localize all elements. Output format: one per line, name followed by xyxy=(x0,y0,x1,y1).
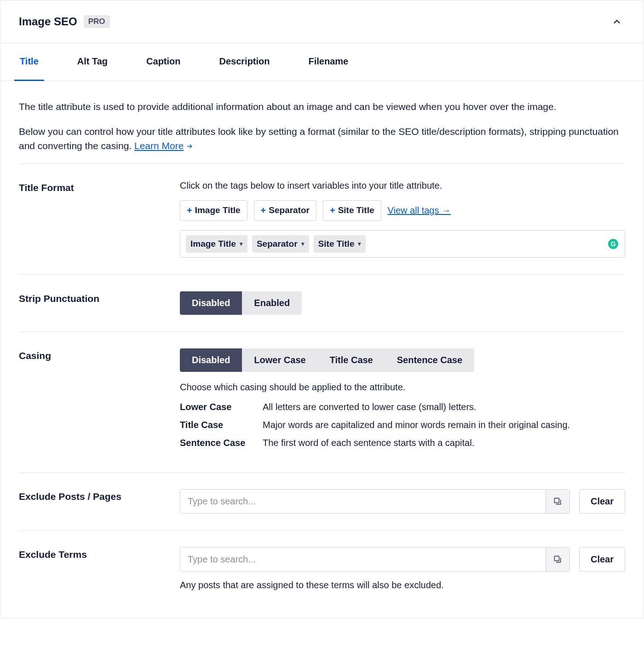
arrow-right-icon xyxy=(185,139,194,153)
exclude-terms-browse-button[interactable] xyxy=(546,548,569,571)
strip-enabled-button[interactable]: Enabled xyxy=(242,291,302,315)
tab-title[interactable]: Title xyxy=(14,43,44,81)
grammarly-icon: G xyxy=(608,239,618,249)
plus-icon: + xyxy=(330,205,335,216)
plus-icon: + xyxy=(261,205,266,216)
tag-button-image-title[interactable]: +Image Title xyxy=(180,200,247,221)
case-row: Title Case Major words are capitalized a… xyxy=(180,420,625,430)
svg-rect-2 xyxy=(555,556,559,561)
strip-disabled-button[interactable]: Disabled xyxy=(180,291,242,315)
section-casing: Casing Disabled Lower Case Title Case Se… xyxy=(19,331,625,472)
chip-separator[interactable]: Separator▾ xyxy=(252,235,309,253)
casing-toggle: Disabled Lower Case Title Case Sentence … xyxy=(180,348,474,372)
exclude-posts-label: Exclude Posts / Pages xyxy=(19,489,180,514)
chip-image-title[interactable]: Image Title▾ xyxy=(186,235,247,253)
title-format-label: Title Format xyxy=(19,180,180,258)
database-icon xyxy=(553,555,562,564)
tag-button-site-title[interactable]: +Site Title xyxy=(323,200,381,221)
svg-rect-1 xyxy=(555,498,559,503)
section-strip-punctuation: Strip Punctuation Disabled Enabled xyxy=(19,274,625,331)
chip-site-title[interactable]: Site Title▾ xyxy=(314,235,366,253)
plus-icon: + xyxy=(187,205,192,216)
pro-badge: PRO xyxy=(84,15,110,28)
tab-description[interactable]: Description xyxy=(214,43,276,81)
casing-title-button[interactable]: Title Case xyxy=(318,348,385,372)
intro-text-2: Below you can control how your title att… xyxy=(19,124,625,153)
tab-caption[interactable]: Caption xyxy=(141,43,186,81)
section-exclude-posts: Exclude Posts / Pages Clear xyxy=(19,472,625,530)
chevron-down-icon: ▾ xyxy=(301,240,305,247)
casing-label: Casing xyxy=(19,348,180,456)
exclude-terms-helper: Any posts that are assigned to these ter… xyxy=(180,580,625,591)
exclude-terms-clear-button[interactable]: Clear xyxy=(579,547,625,572)
case-row: Lower Case All letters are converted to … xyxy=(180,402,625,412)
page-title: Image SEO xyxy=(19,15,77,28)
tab-alt-tag[interactable]: Alt Tag xyxy=(72,43,113,81)
exclude-terms-label: Exclude Terms xyxy=(19,547,180,591)
title-format-helper: Click on the tags below to insert variab… xyxy=(180,180,625,191)
exclude-terms-input[interactable] xyxy=(180,548,546,571)
section-title-format: Title Format Click on the tags below to … xyxy=(19,163,625,274)
strip-punctuation-toggle: Disabled Enabled xyxy=(180,291,302,315)
strip-punctuation-label: Strip Punctuation xyxy=(19,291,180,315)
database-icon xyxy=(553,497,562,506)
collapse-button[interactable] xyxy=(609,13,625,30)
casing-helper: Choose which casing should be applied to… xyxy=(180,382,625,393)
exclude-posts-input[interactable] xyxy=(180,490,546,513)
title-format-input[interactable]: Image Title▾ Separator▾ Site Title▾ G xyxy=(180,230,625,258)
tab-filename[interactable]: Filename xyxy=(303,43,354,81)
tabs: Title Alt Tag Caption Description Filena… xyxy=(0,43,644,81)
casing-descriptions: Lower Case All letters are converted to … xyxy=(180,402,625,448)
chevron-up-icon xyxy=(612,17,622,27)
panel-header: Image SEO PRO xyxy=(0,0,644,43)
section-exclude-terms: Exclude Terms Clear Any posts that are a… xyxy=(19,530,625,600)
exclude-posts-browse-button[interactable] xyxy=(546,490,569,513)
tag-button-separator[interactable]: +Separator xyxy=(254,200,316,221)
exclude-terms-search-wrap xyxy=(180,547,570,572)
learn-more-link[interactable]: Learn More xyxy=(134,140,184,151)
casing-lower-button[interactable]: Lower Case xyxy=(242,348,317,372)
exclude-posts-clear-button[interactable]: Clear xyxy=(579,489,625,514)
exclude-posts-search-wrap xyxy=(180,489,570,514)
view-all-tags-link[interactable]: View all tags → xyxy=(388,205,451,216)
chevron-down-icon: ▾ xyxy=(358,240,361,247)
casing-sentence-button[interactable]: Sentence Case xyxy=(385,348,474,372)
chevron-down-icon: ▾ xyxy=(240,240,243,247)
intro-text-1: The title attribute is used to provide a… xyxy=(19,99,625,114)
casing-disabled-button[interactable]: Disabled xyxy=(180,348,242,372)
case-row: Sentence Case The first word of each sen… xyxy=(180,438,625,448)
